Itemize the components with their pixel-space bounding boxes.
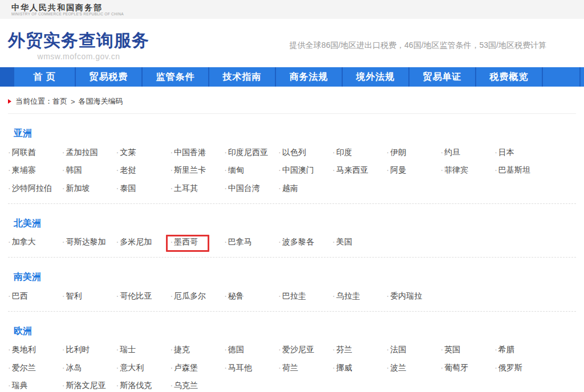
country-link[interactable]: ·老挝 xyxy=(116,165,171,175)
country-link[interactable]: ·越南 xyxy=(278,183,332,194)
country-link[interactable]: ·秘鲁 xyxy=(224,291,278,301)
country-link[interactable]: ·中国澳门 xyxy=(278,165,332,175)
bullet-icon: · xyxy=(62,345,65,354)
nav-item-2[interactable]: 监管条件 xyxy=(141,67,208,87)
country-link[interactable]: ·阿联酋 xyxy=(8,148,62,158)
country-link[interactable]: ·马耳他 xyxy=(224,363,278,373)
country-link[interactable]: ·美国 xyxy=(332,237,387,247)
country-link[interactable]: ·英国 xyxy=(440,345,494,355)
country-link[interactable]: ·马来西亚 xyxy=(332,165,387,175)
country-link[interactable]: ·日本 xyxy=(494,148,549,158)
bullet-icon: · xyxy=(440,165,443,174)
country-link[interactable]: ·中国台湾 xyxy=(224,183,278,194)
country-link[interactable]: ·爱沙尼亚 xyxy=(278,345,332,355)
nav-item-7[interactable]: 税费概览 xyxy=(475,67,542,87)
country-link[interactable]: ·芬兰 xyxy=(332,345,387,355)
country-link[interactable]: ·泰国 xyxy=(116,183,171,194)
country-link[interactable]: ·印度尼西亚 xyxy=(224,148,278,158)
country-name: 孟加拉国 xyxy=(66,148,98,157)
site-brand: 外贸实务查询服务 wmsw.mofcom.gov.cn xyxy=(8,30,149,61)
country-link[interactable]: ·智利 xyxy=(62,291,116,301)
country-link[interactable]: ·斯洛文尼亚 xyxy=(62,381,116,391)
country-link[interactable]: ·巴拉圭 xyxy=(278,291,332,301)
country-name: 秘鲁 xyxy=(228,291,244,300)
country-name: 文莱 xyxy=(120,148,136,157)
country-link[interactable]: ·多米尼加 xyxy=(116,237,171,247)
country-link[interactable]: ·卢森堡 xyxy=(170,363,224,373)
country-link[interactable]: ·孟加拉国 xyxy=(62,148,116,158)
country-link[interactable]: ·冰岛 xyxy=(62,363,116,373)
country-link[interactable]: ·斯里兰卡 xyxy=(170,165,224,175)
bullet-icon: · xyxy=(224,148,227,157)
nav-item-5[interactable]: 境外法规 xyxy=(342,67,408,87)
country-link[interactable]: ·斯洛伐克 xyxy=(116,381,171,391)
country-link[interactable]: ·法国 xyxy=(387,345,441,355)
country-name: 美国 xyxy=(336,237,352,246)
country-link[interactable]: ·约旦 xyxy=(440,148,494,158)
nav-item-0[interactable]: 首 页 xyxy=(14,67,75,87)
country-link[interactable]: ·奥地利 xyxy=(8,345,62,355)
country-link[interactable]: ·委内瑞拉 xyxy=(387,291,441,301)
country-link[interactable]: ·荷兰 xyxy=(278,363,332,373)
country-name: 智利 xyxy=(66,291,82,300)
country-link[interactable]: ·阿曼 xyxy=(387,165,441,175)
country-link[interactable]: ·波多黎各 xyxy=(278,237,332,247)
bullet-icon: · xyxy=(62,165,65,174)
country-link[interactable]: ·比利时 xyxy=(62,345,116,355)
country-link[interactable]: ·俄罗斯 xyxy=(494,363,549,373)
country-link[interactable]: ·柬埔寨 xyxy=(8,165,62,175)
country-link[interactable]: ·墨西哥 xyxy=(170,237,224,247)
country-link[interactable]: ·韩国 xyxy=(62,165,116,175)
country-link[interactable]: ·乌克兰 xyxy=(170,381,224,391)
site-header: 外贸实务查询服务 wmsw.mofcom.gov.cn 提供全球86国/地区进出… xyxy=(0,19,584,67)
country-link[interactable]: ·伊朗 xyxy=(387,148,441,158)
country-link[interactable]: ·意大利 xyxy=(116,363,171,373)
country-link[interactable]: ·爱尔兰 xyxy=(8,363,62,373)
country-link[interactable]: ·新加坡 xyxy=(62,183,116,194)
country-link[interactable]: ·印度 xyxy=(332,148,387,158)
country-link[interactable]: ·以色列 xyxy=(278,148,332,158)
country-link[interactable]: ·巴西 xyxy=(8,291,62,301)
section-2: 南美洲·巴西·智利·哥伦比亚·厄瓜多尔·秘鲁·巴拉圭·乌拉圭·委内瑞拉 xyxy=(0,258,584,312)
country-link[interactable]: ·沙特阿拉伯 xyxy=(8,183,62,194)
country-link[interactable]: ·中国香港 xyxy=(170,148,224,158)
country-link[interactable]: ·德国 xyxy=(224,345,278,355)
bullet-icon: · xyxy=(170,291,173,300)
country-link[interactable]: ·瑞士 xyxy=(116,345,171,355)
breadcrumb-current[interactable]: 各国海关编码 xyxy=(79,96,123,107)
bullet-icon: · xyxy=(332,291,335,300)
country-link[interactable]: ·巴基斯坦 xyxy=(494,165,549,175)
country-link[interactable]: ·加拿大 xyxy=(8,237,62,247)
bullet-icon: · xyxy=(116,148,119,157)
nav-item-1[interactable]: 贸易税费 xyxy=(75,67,141,87)
country-name: 瑞典 xyxy=(12,381,28,390)
country-name: 瑞士 xyxy=(120,345,136,354)
country-link[interactable]: ·菲律宾 xyxy=(440,165,494,175)
country-link[interactable]: ·瑞典 xyxy=(8,381,62,391)
nav-item-4[interactable]: 商务法规 xyxy=(275,67,342,87)
bullet-icon: · xyxy=(8,148,11,157)
country-link[interactable]: ·哥伦比亚 xyxy=(116,291,171,301)
country-link[interactable]: ·乌拉圭 xyxy=(332,291,387,301)
country-link[interactable]: ·哥斯达黎加 xyxy=(62,237,116,247)
country-link[interactable]: ·文莱 xyxy=(116,148,171,158)
country-link[interactable]: ·巴拿马 xyxy=(224,237,278,247)
country-link[interactable]: ·厄瓜多尔 xyxy=(170,291,224,301)
country-name: 印度尼西亚 xyxy=(228,148,268,157)
nav-item-6[interactable]: 贸易单证 xyxy=(408,67,475,87)
country-name: 阿联酋 xyxy=(12,148,36,157)
site-tagline: 提供全球86国/地区进出口税费，46国/地区监管条件，53国/地区税费计算 xyxy=(290,40,546,51)
country-link[interactable]: ·土耳其 xyxy=(170,183,224,194)
bullet-icon: · xyxy=(116,363,119,372)
country-link[interactable]: ·希腊 xyxy=(494,345,549,355)
bullet-icon: · xyxy=(224,291,227,300)
country-link[interactable]: ·波兰 xyxy=(387,363,441,373)
country-link[interactable]: ·挪威 xyxy=(332,363,387,373)
bullet-icon: · xyxy=(224,183,227,193)
bullet-icon: · xyxy=(8,291,11,300)
breadcrumb-home-link[interactable]: 首页 xyxy=(52,96,67,107)
country-link[interactable]: ·葡萄牙 xyxy=(440,363,494,373)
nav-item-3[interactable]: 技术指南 xyxy=(208,67,275,87)
country-link[interactable]: ·缅甸 xyxy=(224,165,278,175)
country-link[interactable]: ·捷克 xyxy=(170,345,224,355)
